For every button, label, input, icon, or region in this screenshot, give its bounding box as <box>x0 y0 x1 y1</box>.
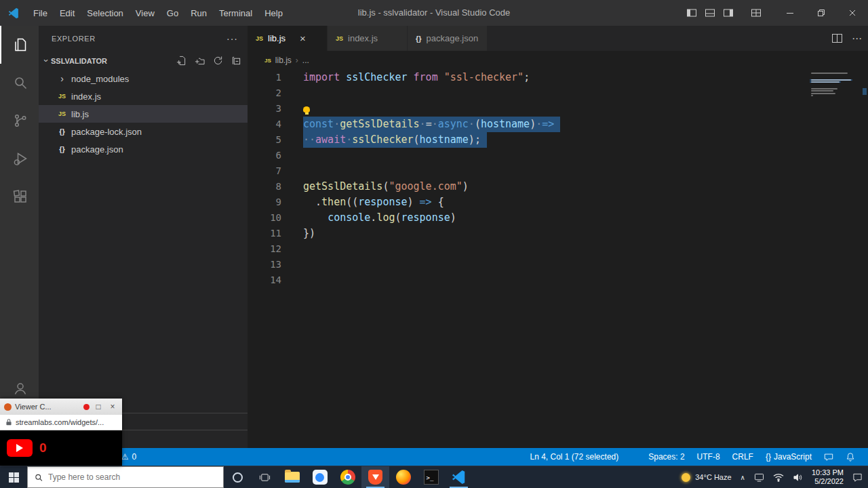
line-number[interactable]: 3 <box>248 101 281 117</box>
tree-item-index.js[interactable]: JSindex.js <box>39 87 248 105</box>
breadcrumb-file[interactable]: lib.js <box>275 56 292 65</box>
notifications-bell-icon[interactable] <box>840 452 861 462</box>
split-editor-icon[interactable] <box>832 34 842 43</box>
menu-terminal[interactable]: Terminal <box>213 0 258 26</box>
menu-selection[interactable]: Selection <box>81 0 129 26</box>
task-view-button[interactable] <box>251 466 278 488</box>
code-editor[interactable]: 1import sslChecker from "ssl-checker";23… <box>248 70 868 448</box>
code-line-7[interactable]: 7 <box>248 163 868 179</box>
viewer-maximize-button[interactable]: □ <box>93 402 104 411</box>
code-line-3[interactable]: 3 <box>248 101 868 117</box>
refresh-icon[interactable] <box>212 55 224 67</box>
line-number[interactable]: 7 <box>248 163 281 179</box>
taskbar-app-chrome[interactable] <box>334 466 361 488</box>
code-line-14[interactable]: 14 <box>248 272 868 288</box>
line-number[interactable]: 9 <box>248 195 281 210</box>
minimize-button[interactable] <box>774 0 806 26</box>
source-control-icon[interactable] <box>0 102 39 140</box>
line-number[interactable]: 6 <box>248 148 281 163</box>
search-icon[interactable] <box>0 64 39 102</box>
line-number[interactable]: 11 <box>248 226 281 241</box>
folder-section-header[interactable]: › SSLVALIDATOR <box>39 52 248 70</box>
close-tab-icon[interactable]: × <box>300 33 306 43</box>
line-number[interactable]: 4 <box>248 117 281 132</box>
cursor-position[interactable]: Ln 4, Col 1 (72 selected) <box>524 452 625 462</box>
taskbar-app-file-explorer[interactable] <box>278 466 306 488</box>
taskbar-app-command-prompt[interactable]: >_ <box>417 466 445 488</box>
close-button[interactable] <box>837 0 868 26</box>
line-number[interactable]: 5 <box>248 132 281 148</box>
tree-item-package.json[interactable]: {}package.json <box>39 140 248 158</box>
line-number[interactable]: 13 <box>248 257 281 272</box>
taskbar-search-input[interactable] <box>48 472 216 482</box>
code-line-12[interactable]: 12 <box>248 241 868 257</box>
code-line-13[interactable]: 13 <box>248 257 868 272</box>
action-center-icon[interactable] <box>852 472 863 483</box>
extensions-icon[interactable] <box>0 178 39 216</box>
menu-go[interactable]: Go <box>161 0 184 26</box>
language-status[interactable]: {} JavaScript <box>760 452 818 462</box>
code-line-5[interactable]: 5··await·sslChecker(hostname); <box>248 132 868 148</box>
indentation-status[interactable]: Spaces: 2 <box>642 452 690 462</box>
lightbulb-icon[interactable] <box>303 106 310 113</box>
eol-status[interactable]: CRLF <box>726 452 760 462</box>
vscode-logo-icon[interactable] <box>0 0 27 26</box>
encoding-status[interactable]: UTF-8 <box>691 452 726 462</box>
taskbar-app-vscode[interactable] <box>445 466 473 488</box>
menu-run[interactable]: Run <box>184 0 213 26</box>
breadcrumb-symbol[interactable]: ... <box>302 56 309 65</box>
viewer-window-titlebar[interactable]: Viewer C... □ × <box>0 399 122 415</box>
weather-widget[interactable]: 34°C Haze <box>682 473 731 482</box>
code-line-9[interactable]: 9 .then((response) => { <box>248 195 868 210</box>
menu-view[interactable]: View <box>130 0 161 26</box>
taskbar-app-firefox[interactable] <box>389 466 417 488</box>
collapse-all-icon[interactable] <box>230 55 242 67</box>
tree-item-lib.js[interactable]: JSlib.js <box>39 105 248 123</box>
explorer-icon[interactable] <box>0 26 39 64</box>
editor-more-actions-icon[interactable]: ⋯ <box>852 33 863 45</box>
menu-edit[interactable]: Edit <box>54 0 81 26</box>
code-line-4[interactable]: 4const·getSslDetails·=·async·(hostname)·… <box>248 117 868 132</box>
toggle-panel-icon[interactable] <box>701 0 719 26</box>
tab-lib.js[interactable]: JSlib.js× <box>248 26 328 51</box>
tree-item-node_modules[interactable]: ›node_modules <box>39 70 248 87</box>
taskbar-app-brave[interactable] <box>361 466 389 488</box>
taskbar-clock[interactable]: 10:33 PM 5/2/2022 <box>812 468 844 486</box>
line-number[interactable]: 2 <box>248 85 281 101</box>
show-hidden-icons-button[interactable]: ∧ <box>741 474 745 481</box>
restore-button[interactable] <box>806 0 837 26</box>
line-number[interactable]: 10 <box>248 210 281 226</box>
code-line-8[interactable]: 8getSslDetails("google.com") <box>248 179 868 195</box>
cortana-button[interactable] <box>224 466 251 488</box>
toggle-sidebar-icon[interactable] <box>682 0 701 26</box>
tree-item-package-lock.json[interactable]: {}package-lock.json <box>39 123 248 140</box>
line-number[interactable]: 12 <box>248 241 281 257</box>
tab-index.js[interactable]: JSindex.js <box>328 26 408 51</box>
toggle-secondary-sidebar-icon[interactable] <box>719 0 737 26</box>
viewer-close-button[interactable]: × <box>107 402 118 411</box>
line-number[interactable]: 8 <box>248 179 281 195</box>
code-line-11[interactable]: 11}) <box>248 226 868 241</box>
taskbar-search[interactable] <box>27 466 224 488</box>
tab-package.json[interactable]: {}package.json <box>408 26 488 51</box>
menu-help[interactable]: Help <box>258 0 289 26</box>
display-icon[interactable] <box>754 473 764 482</box>
new-file-icon[interactable] <box>175 55 187 67</box>
explorer-more-actions[interactable]: ··· <box>226 33 238 44</box>
viewer-url-bar[interactable]: streamlabs.com/widgets/... <box>0 415 122 430</box>
code-line-1[interactable]: 1import sslChecker from "ssl-checker"; <box>248 70 868 85</box>
code-line-2[interactable]: 2 <box>248 85 868 101</box>
line-number[interactable]: 14 <box>248 272 281 288</box>
new-folder-icon[interactable] <box>193 55 205 67</box>
code-line-10[interactable]: 10 console.log(response) <box>248 210 868 226</box>
scrollbar[interactable] <box>861 70 868 448</box>
minimap[interactable] <box>811 73 859 104</box>
run-and-debug-icon[interactable] <box>0 140 39 178</box>
code-line-6[interactable]: 6 <box>248 148 868 163</box>
volume-icon[interactable] <box>793 473 803 482</box>
menu-file[interactable]: File <box>27 0 54 26</box>
taskbar-app-zoom[interactable] <box>306 466 334 488</box>
customize-layout-icon[interactable] <box>747 0 765 26</box>
wifi-icon[interactable] <box>773 473 784 482</box>
line-number[interactable]: 1 <box>248 70 281 85</box>
